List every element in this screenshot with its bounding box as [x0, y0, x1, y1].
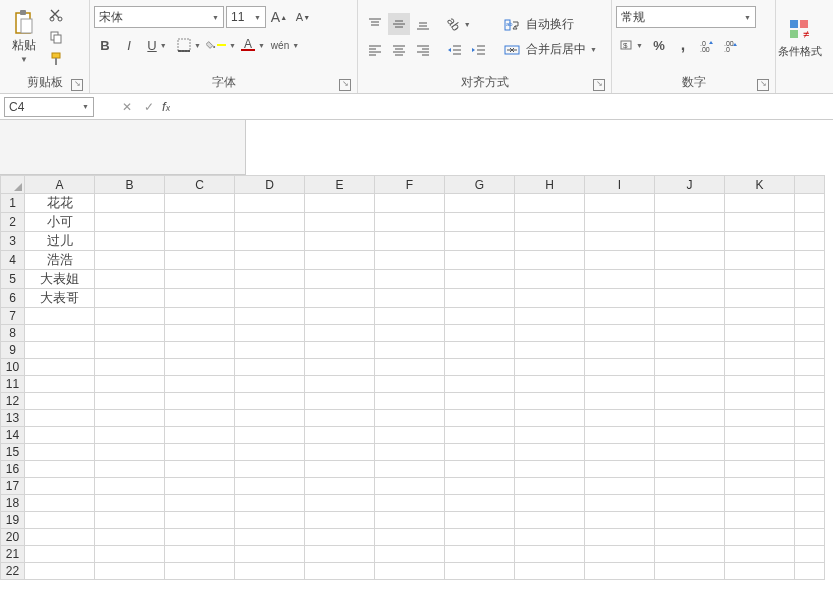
cell[interactable] — [165, 270, 235, 289]
cell[interactable] — [375, 546, 445, 563]
cell[interactable] — [725, 495, 795, 512]
cell[interactable] — [445, 289, 515, 308]
cell[interactable] — [585, 546, 655, 563]
cell[interactable] — [585, 427, 655, 444]
row-header[interactable]: 1 — [1, 194, 25, 213]
name-box[interactable]: C4▼ — [4, 97, 94, 117]
cell[interactable] — [445, 194, 515, 213]
cell[interactable] — [305, 289, 375, 308]
cell[interactable] — [515, 427, 585, 444]
cell[interactable] — [655, 546, 725, 563]
cell[interactable] — [235, 194, 305, 213]
cell[interactable] — [445, 359, 515, 376]
row-header[interactable]: 17 — [1, 478, 25, 495]
cell[interactable] — [585, 342, 655, 359]
cell[interactable] — [655, 359, 725, 376]
underline-button[interactable]: U▼ — [142, 34, 172, 56]
cell[interactable] — [655, 529, 725, 546]
cell[interactable] — [95, 410, 165, 427]
cell[interactable] — [725, 289, 795, 308]
cell[interactable] — [25, 563, 95, 580]
cell[interactable] — [445, 444, 515, 461]
cell[interactable] — [585, 529, 655, 546]
cell[interactable] — [655, 461, 725, 478]
column-header[interactable]: H — [515, 176, 585, 194]
cell[interactable] — [655, 393, 725, 410]
cell[interactable] — [725, 251, 795, 270]
row-header[interactable]: 6 — [1, 289, 25, 308]
cell[interactable] — [375, 325, 445, 342]
cell[interactable] — [95, 546, 165, 563]
cell[interactable] — [445, 546, 515, 563]
cell[interactable] — [165, 563, 235, 580]
cell[interactable] — [235, 563, 305, 580]
cell[interactable] — [305, 529, 375, 546]
cell[interactable] — [725, 194, 795, 213]
row-header[interactable]: 4 — [1, 251, 25, 270]
cell[interactable] — [235, 461, 305, 478]
cell[interactable] — [515, 232, 585, 251]
decrease-indent-button[interactable] — [444, 39, 466, 61]
cell[interactable] — [165, 289, 235, 308]
cell[interactable] — [585, 376, 655, 393]
cell[interactable] — [585, 251, 655, 270]
cell[interactable] — [375, 461, 445, 478]
cell[interactable] — [515, 546, 585, 563]
cell[interactable] — [165, 251, 235, 270]
cell[interactable] — [25, 376, 95, 393]
cell[interactable] — [515, 194, 585, 213]
cell[interactable] — [725, 444, 795, 461]
cell[interactable] — [165, 546, 235, 563]
font-color-button[interactable]: A▼ — [238, 34, 268, 56]
cell[interactable] — [95, 308, 165, 325]
cell[interactable] — [305, 444, 375, 461]
cell[interactable] — [235, 495, 305, 512]
cell[interactable] — [445, 393, 515, 410]
cell[interactable] — [95, 393, 165, 410]
copy-button[interactable] — [46, 28, 66, 46]
cell[interactable]: 大表姐 — [25, 270, 95, 289]
cell[interactable] — [725, 546, 795, 563]
cell[interactable] — [655, 325, 725, 342]
column-header[interactable]: I — [585, 176, 655, 194]
cell[interactable] — [725, 478, 795, 495]
cell[interactable] — [165, 376, 235, 393]
cell[interactable] — [95, 376, 165, 393]
cell[interactable] — [305, 232, 375, 251]
cell[interactable] — [305, 376, 375, 393]
cell[interactable] — [515, 289, 585, 308]
cell[interactable] — [655, 289, 725, 308]
row-header[interactable]: 22 — [1, 563, 25, 580]
cell[interactable] — [305, 270, 375, 289]
cell[interactable] — [165, 529, 235, 546]
cell[interactable] — [585, 289, 655, 308]
conditional-format-button[interactable]: ≠ 条件格式 — [780, 6, 820, 72]
cell[interactable] — [25, 342, 95, 359]
cell[interactable]: 小可 — [25, 213, 95, 232]
cell[interactable] — [375, 289, 445, 308]
column-header[interactable]: E — [305, 176, 375, 194]
row-header[interactable]: 19 — [1, 512, 25, 529]
cell[interactable] — [725, 512, 795, 529]
cell[interactable] — [165, 232, 235, 251]
cell[interactable] — [585, 444, 655, 461]
cell[interactable] — [235, 359, 305, 376]
cell[interactable] — [445, 270, 515, 289]
cell[interactable] — [25, 478, 95, 495]
dialog-launcher-icon[interactable]: ↘ — [593, 79, 605, 91]
cell[interactable]: 大表哥 — [25, 289, 95, 308]
increase-decimal-button[interactable]: .0.00 — [696, 34, 718, 56]
cell[interactable] — [235, 512, 305, 529]
row-header[interactable]: 11 — [1, 376, 25, 393]
cell[interactable] — [655, 427, 725, 444]
cell[interactable] — [585, 325, 655, 342]
cell[interactable] — [725, 461, 795, 478]
cell[interactable] — [305, 495, 375, 512]
cell[interactable] — [655, 410, 725, 427]
cell[interactable] — [445, 478, 515, 495]
cell[interactable] — [165, 308, 235, 325]
cell[interactable] — [305, 512, 375, 529]
cell[interactable] — [95, 194, 165, 213]
cell[interactable] — [165, 512, 235, 529]
fx-icon[interactable]: fx — [162, 99, 170, 114]
